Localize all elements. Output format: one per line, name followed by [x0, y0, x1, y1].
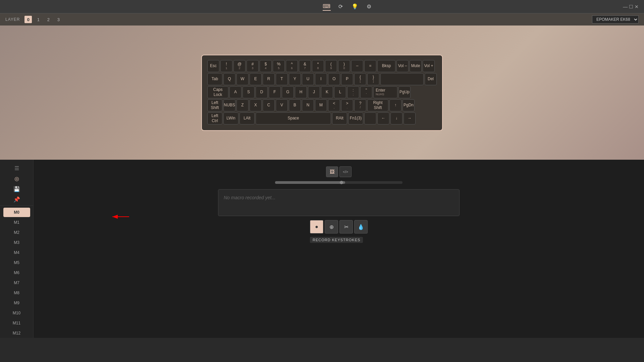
key-w[interactable]: W	[236, 73, 249, 85]
key-right-shift[interactable]: Right Shift	[367, 99, 388, 111]
key-2[interactable]: @2	[233, 60, 246, 72]
key-v[interactable]: V	[276, 99, 288, 111]
sidebar-macro-m2[interactable]: M2	[3, 228, 30, 237]
key-minus[interactable]: –	[351, 60, 363, 72]
record-button[interactable]: ●	[310, 220, 323, 234]
key-k[interactable]: K	[321, 86, 333, 98]
key-c[interactable]: C	[263, 99, 275, 111]
key-4[interactable]: $4	[260, 60, 272, 72]
key-lwin[interactable]: LWin	[223, 112, 238, 124]
key-0[interactable]: )0	[338, 60, 350, 72]
key-rbracket[interactable]: }]	[367, 73, 379, 85]
key-capslock[interactable]: Caps Lock	[207, 86, 228, 98]
sidebar-macro-m10[interactable]: M10	[3, 308, 30, 318]
key-slash[interactable]: ?/	[354, 99, 366, 111]
key-q[interactable]: Q	[223, 73, 235, 85]
key-p[interactable]: P	[341, 73, 353, 85]
sidebar-macro-m4[interactable]: M4	[3, 248, 30, 257]
key-period[interactable]: >.	[341, 99, 353, 111]
keyboard-tab-icon[interactable]: ⌨	[323, 3, 331, 11]
key-9[interactable]: (9	[325, 60, 337, 72]
key-semicolon[interactable]: :;	[347, 86, 359, 98]
key-g[interactable]: G	[282, 86, 294, 98]
key-7[interactable]: &7	[299, 60, 311, 72]
key-a[interactable]: A	[229, 86, 241, 98]
key-o[interactable]: O	[328, 73, 340, 85]
key-h[interactable]: H	[295, 86, 307, 98]
key-8[interactable]: *8	[312, 60, 324, 72]
sidebar-macro-m8[interactable]: M8	[3, 288, 30, 298]
key-esc[interactable]: Esc	[207, 60, 219, 72]
key-z[interactable]: Z	[236, 99, 249, 111]
progress-bar-container[interactable]	[275, 181, 402, 184]
sidebar-macro-m5[interactable]: M5	[3, 258, 30, 267]
key-backspace[interactable]: Bksp	[377, 60, 395, 72]
move-button[interactable]: ⊕	[325, 220, 338, 234]
sidebar-macro-m1[interactable]: M1	[3, 218, 30, 227]
key-5[interactable]: %5	[273, 60, 285, 72]
key-del[interactable]: Del	[425, 73, 437, 85]
layer-2[interactable]: 2	[45, 16, 52, 23]
sidebar-macro-m6[interactable]: M6	[3, 268, 30, 277]
key-1[interactable]: !1	[220, 60, 232, 72]
code-tab[interactable]: </>	[339, 166, 352, 177]
key-left-ctrl[interactable]: Left Ctrl	[207, 112, 222, 124]
key-space[interactable]: Space	[256, 112, 331, 124]
key-s[interactable]: S	[243, 86, 255, 98]
key-y[interactable]: Y	[289, 73, 301, 85]
key-ralt[interactable]: RAlt	[332, 112, 347, 124]
key-equals[interactable]: =	[364, 60, 376, 72]
device-selector[interactable]: EPOMAKER EK68	[592, 15, 639, 23]
lighting-tab-icon[interactable]: 💡	[351, 3, 359, 11]
layer-0[interactable]: 0	[24, 16, 32, 23]
key-down[interactable]: ↓	[390, 112, 402, 124]
key-d[interactable]: D	[256, 86, 268, 98]
key-tab[interactable]: Tab	[207, 73, 222, 85]
key-t[interactable]: T	[276, 73, 288, 85]
record-sidebar-icon[interactable]: ◎	[14, 175, 19, 182]
pin-sidebar-icon[interactable]: 📌	[13, 196, 20, 203]
key-6[interactable]: ^6	[286, 60, 298, 72]
key-pgdn[interactable]: PgDn	[402, 99, 415, 111]
window-controls[interactable]: ― ☐ ✕	[623, 4, 639, 9]
key-f[interactable]: F	[269, 86, 281, 98]
key-3[interactable]: #3	[247, 60, 259, 72]
progress-handle[interactable]	[340, 181, 343, 184]
key-enter[interactable]: Enter NUHS	[373, 86, 397, 98]
key-x[interactable]: X	[250, 99, 262, 111]
key-mute[interactable]: Mute	[410, 60, 422, 72]
visual-tab[interactable]: 🖼	[326, 166, 338, 177]
macro-tab-icon[interactable]: ⟳	[337, 3, 345, 11]
key-up[interactable]: ↑	[389, 99, 401, 111]
key-b[interactable]: B	[289, 99, 301, 111]
sidebar-macro-m7[interactable]: M7	[3, 278, 30, 288]
key-vol-up[interactable]: Vol +	[423, 60, 435, 72]
key-lbracket[interactable]: {[	[354, 73, 366, 85]
layer-1[interactable]: 1	[35, 16, 42, 23]
key-fn1[interactable]: Fn1(3)	[348, 112, 363, 124]
key-lalt[interactable]: LAlt	[239, 112, 255, 124]
sidebar-macro-m9[interactable]: M9	[3, 298, 30, 308]
key-quote[interactable]: "'	[360, 86, 372, 98]
key-i[interactable]: I	[315, 73, 327, 85]
key-left[interactable]: ←	[377, 112, 389, 124]
key-l[interactable]: L	[334, 86, 346, 98]
device-selector-container[interactable]: EPOMAKER EK68	[592, 15, 639, 23]
key-u[interactable]: U	[302, 73, 314, 85]
layer-3[interactable]: 3	[55, 16, 62, 23]
sidebar-macro-m3[interactable]: M3	[3, 238, 30, 247]
key-left-shift[interactable]: Left Shift	[207, 99, 222, 111]
key-pgup[interactable]: PgUp	[398, 86, 411, 98]
sidebar-macro-m0[interactable]: M0	[3, 208, 30, 217]
sidebar-macro-m11[interactable]: M11	[3, 318, 30, 328]
key-vol-down[interactable]: Vol –	[396, 60, 409, 72]
settings-tab-icon[interactable]: ⚙	[365, 3, 373, 11]
key-m[interactable]: M	[315, 99, 327, 111]
key-j[interactable]: J	[308, 86, 320, 98]
key-e[interactable]: E	[250, 73, 262, 85]
key-right[interactable]: →	[404, 112, 416, 124]
clear-button[interactable]: 💧	[354, 220, 368, 234]
key-nubs[interactable]: NUBS	[223, 99, 235, 111]
key-comma[interactable]: <,	[328, 99, 340, 111]
save-sidebar-icon[interactable]: 💾	[13, 186, 20, 192]
